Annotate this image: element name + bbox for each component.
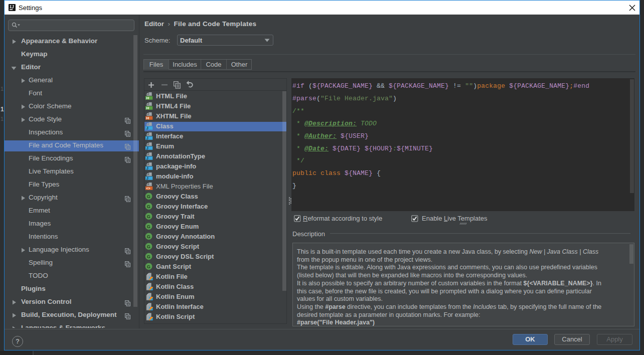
svg-text:<>: <> xyxy=(146,187,150,190)
svg-text:G: G xyxy=(147,234,150,239)
svg-text:J: J xyxy=(146,136,148,140)
svg-text:H: H xyxy=(146,106,149,110)
svg-text:G: G xyxy=(147,194,150,199)
svg-text:G: G xyxy=(147,204,150,209)
svg-text:J: J xyxy=(146,176,148,181)
svg-text:J: J xyxy=(146,146,148,150)
svg-text:J: J xyxy=(146,126,148,130)
svg-text:H: H xyxy=(146,116,149,120)
svg-text:G: G xyxy=(147,224,150,229)
svg-text:G: G xyxy=(147,264,150,269)
svg-text:G: G xyxy=(147,214,150,219)
svg-text:G: G xyxy=(147,244,150,249)
svg-text:J: J xyxy=(146,166,148,170)
svg-text:H: H xyxy=(146,96,149,100)
svg-text:J: J xyxy=(146,156,148,160)
svg-text:G: G xyxy=(147,254,150,259)
